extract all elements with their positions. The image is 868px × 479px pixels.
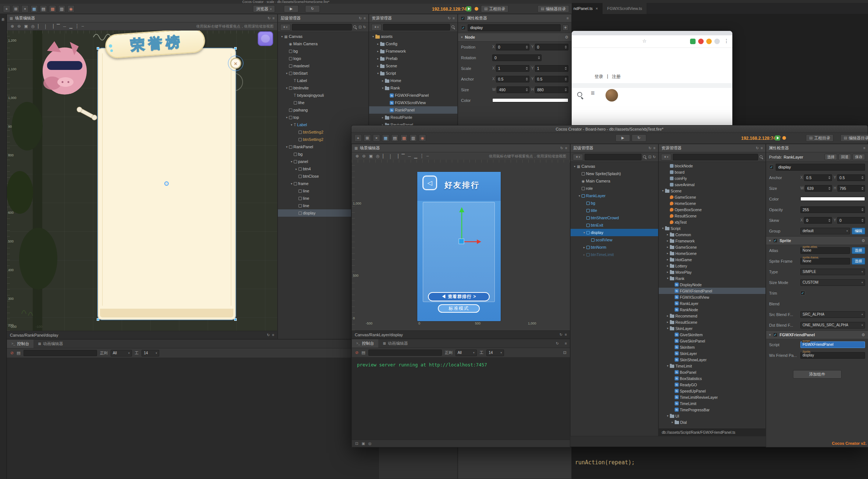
regex-label[interactable]: 正则 bbox=[445, 350, 453, 355]
asset-ResultScene[interactable]: ResultScene bbox=[659, 213, 765, 219]
assets-tab-label[interactable]: 资源管理器 bbox=[372, 15, 392, 21]
editor-tab-friendpanel[interactable]: ndPanel.ts bbox=[569, 3, 603, 14]
component-checkbox[interactable] bbox=[773, 238, 778, 243]
panel-menu-icon[interactable] bbox=[567, 17, 569, 20]
asset-FGWXFriendPanel[interactable]: tsFGWXFriendPanel bbox=[369, 92, 457, 99]
clear-icon[interactable] bbox=[361, 442, 365, 446]
sprite-section-header[interactable]: Sprite bbox=[766, 236, 868, 245]
asset-Scene[interactable]: ▾Scene bbox=[659, 188, 765, 194]
expand-icon[interactable]: ▸ bbox=[665, 245, 670, 249]
collapse-icon[interactable]: ▾ bbox=[285, 145, 289, 149]
hierarchy-node-btnNorm[interactable]: ▸btnNorm bbox=[571, 244, 658, 251]
hierarchy-node-lihe[interactable]: lihe bbox=[278, 99, 368, 106]
asset-GameScene[interactable]: ▸GameScene bbox=[659, 244, 765, 250]
node-name-input[interactable]: display bbox=[468, 24, 561, 31]
menu-icon[interactable] bbox=[565, 333, 567, 337]
asset-xbjTest[interactable]: xbjTest bbox=[659, 219, 765, 225]
node-name-input[interactable]: display bbox=[776, 164, 865, 171]
collapse-icon[interactable]: ▾ bbox=[665, 414, 670, 418]
object-field[interactable]: scriptFGWXFriendPanel bbox=[800, 341, 865, 348]
asset-Lottery[interactable]: ▸Lottery bbox=[659, 263, 765, 269]
expand-icon[interactable]: ▸ bbox=[665, 239, 670, 242]
refresh-button[interactable] bbox=[305, 5, 320, 13]
hierarchy-search-input[interactable] bbox=[585, 154, 642, 160]
asset-coinFly[interactable]: coinFly bbox=[659, 175, 765, 181]
project-dir-button[interactable]: 工程目录 bbox=[481, 5, 508, 13]
script-section-header[interactable]: FGWXFriendPanel bbox=[766, 330, 868, 339]
hierarchy-node-Canvas[interactable]: ▾▦Canvas bbox=[571, 163, 658, 170]
asset-assets[interactable]: ▾assets bbox=[369, 33, 457, 40]
gear-icon[interactable] bbox=[565, 35, 568, 39]
asset-ReadyGO[interactable]: tsReadyGO bbox=[659, 382, 765, 388]
expand-icon[interactable]: ▸ bbox=[665, 320, 670, 324]
zoom-out-icon[interactable]: ⊖ bbox=[362, 154, 365, 159]
browser-preview-dropdown[interactable]: 浏览器 bbox=[253, 5, 275, 13]
asset-TimeLimitReviveLayer[interactable]: tsTimeLimitReviveLayer bbox=[659, 394, 765, 400]
property-input[interactable]: 0 bbox=[804, 217, 832, 224]
log-level-select[interactable]: All bbox=[456, 350, 477, 356]
asset-Rank[interactable]: ▾Rank bbox=[369, 84, 457, 92]
node-active-checkbox[interactable] bbox=[769, 165, 774, 170]
expand-icon[interactable]: ▸ bbox=[582, 246, 586, 249]
panel-menu-icon[interactable] bbox=[761, 146, 763, 150]
object-field[interactable]: sprite-atlasNone bbox=[800, 247, 850, 254]
asset-TimeLimit[interactable]: tsTimeLimit bbox=[659, 400, 765, 407]
collapse-icon[interactable]: ▾ bbox=[289, 123, 294, 127]
open-log-icon[interactable] bbox=[361, 351, 365, 355]
selection-handle[interactable] bbox=[97, 318, 99, 321]
add-node-button[interactable] bbox=[280, 24, 290, 31]
panel-refresh-icon[interactable] bbox=[560, 146, 563, 150]
asset-RankPanel[interactable]: tsRankPanel bbox=[369, 106, 457, 114]
property-input[interactable]: 0.5 bbox=[535, 76, 568, 82]
scene-tab-label[interactable]: 场景编辑器 bbox=[360, 145, 380, 151]
play-button[interactable] bbox=[284, 5, 299, 13]
distribute-v-icon[interactable]: ┄ bbox=[82, 24, 84, 29]
target-tool-icon[interactable]: ◎ bbox=[376, 154, 380, 159]
asset-Scene[interactable]: ▸Scene bbox=[369, 62, 457, 70]
project-dir-button[interactable]: 工程目录 bbox=[806, 134, 833, 142]
hierarchy-tab-label[interactable]: 层级管理器 bbox=[573, 145, 593, 151]
hierarchy-node-txtyaoqingyouli[interactable]: Ttxtyaoqingyouli bbox=[278, 92, 368, 99]
expand-icon[interactable]: ▸ bbox=[381, 79, 385, 82]
register-link[interactable]: 注册 bbox=[612, 74, 621, 80]
asset-blockNode[interactable]: blockNode bbox=[659, 163, 765, 169]
add-button[interactable] bbox=[562, 25, 568, 31]
asset-SkinShowLayer[interactable]: tsSkinShowLayer bbox=[659, 356, 765, 363]
expand-icon[interactable]: ▸ bbox=[376, 50, 380, 53]
columns-tool-icon[interactable]: ▥ bbox=[410, 134, 417, 142]
align-center-h-icon[interactable]: ─ bbox=[63, 24, 66, 29]
gear-icon[interactable] bbox=[861, 333, 865, 337]
asset-GiveSkinItem[interactable]: tsGiveSkinItem bbox=[659, 331, 765, 338]
close-tool-icon[interactable]: × bbox=[373, 134, 380, 142]
align-top-icon[interactable]: ▔ bbox=[57, 24, 60, 29]
asset-FGWXScrollView[interactable]: tsFGWXScrollView bbox=[659, 294, 765, 300]
hierarchy-node-Canvas[interactable]: ▾▦Canvas bbox=[278, 33, 368, 40]
property-input[interactable]: 0 bbox=[837, 217, 865, 224]
property-select[interactable]: default▾ bbox=[800, 228, 850, 234]
panel-refresh-icon[interactable] bbox=[359, 17, 362, 20]
align-bottom-icon[interactable]: ▁ bbox=[414, 154, 417, 159]
device-badge-icon[interactable] bbox=[466, 6, 471, 11]
property-input[interactable]: 0 bbox=[535, 44, 568, 50]
collapse-icon[interactable]: ▾ bbox=[582, 231, 586, 234]
property-button[interactable]: 编辑 bbox=[852, 228, 865, 234]
expand-icon[interactable]: ▸ bbox=[665, 258, 670, 261]
asset-RankNode[interactable]: tsRankNode bbox=[659, 306, 765, 313]
tab-close-icon[interactable] bbox=[596, 7, 598, 11]
align-center-v-icon[interactable]: │ bbox=[44, 24, 47, 29]
search-icon[interactable] bbox=[577, 92, 583, 98]
asset-TimeProgressBar[interactable]: tsTimeProgressBar bbox=[659, 407, 765, 413]
standard-mode-button[interactable]: 标准模式 bbox=[438, 304, 480, 313]
device-badge-icon[interactable] bbox=[775, 135, 780, 141]
console-filter-input[interactable] bbox=[368, 350, 442, 356]
expand-icon[interactable]: ▸ bbox=[376, 57, 380, 60]
refresh-icon[interactable] bbox=[267, 333, 270, 337]
asset-ResultScene[interactable]: ▸ResultScene bbox=[659, 319, 765, 325]
expand-icon[interactable]: ▸ bbox=[665, 264, 670, 267]
hierarchy-node-display[interactable]: ▾display bbox=[571, 229, 658, 236]
tab-console[interactable]: 控制台 bbox=[352, 339, 378, 348]
hierarchy-node-top[interactable]: ▾top bbox=[278, 114, 368, 121]
editor-dir-button[interactable]: 编辑器目录 bbox=[537, 5, 569, 13]
collapse-icon[interactable]: ▾ bbox=[577, 194, 582, 198]
collapse-icon[interactable]: ▾ bbox=[289, 160, 294, 163]
